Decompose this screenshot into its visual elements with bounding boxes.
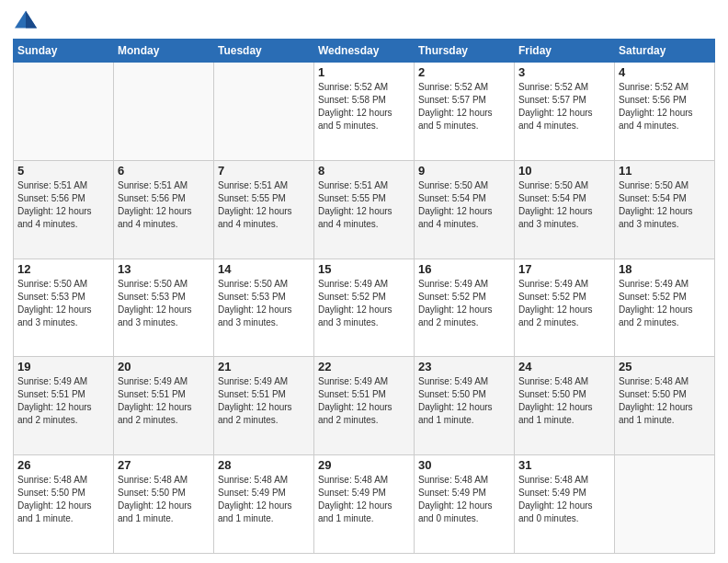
- cell-info: Sunrise: 5:50 AM Sunset: 5:54 PM Dayligh…: [619, 179, 711, 231]
- calendar-cell: 31Sunrise: 5:48 AM Sunset: 5:49 PM Dayli…: [515, 455, 615, 554]
- cell-info: Sunrise: 5:49 AM Sunset: 5:50 PM Dayligh…: [418, 375, 510, 427]
- calendar-cell: 5Sunrise: 5:51 AM Sunset: 5:56 PM Daylig…: [14, 160, 114, 259]
- day-number: 6: [118, 164, 210, 178]
- calendar-cell: 1Sunrise: 5:52 AM Sunset: 5:58 PM Daylig…: [314, 63, 415, 161]
- cell-info: Sunrise: 5:51 AM Sunset: 5:55 PM Dayligh…: [218, 179, 310, 231]
- cell-info: Sunrise: 5:49 AM Sunset: 5:51 PM Dayligh…: [118, 375, 210, 427]
- calendar-cell: 27Sunrise: 5:48 AM Sunset: 5:50 PM Dayli…: [114, 455, 214, 554]
- calendar-cell: 29Sunrise: 5:48 AM Sunset: 5:49 PM Dayli…: [314, 455, 415, 554]
- svg-marker-1: [26, 11, 37, 29]
- cell-info: Sunrise: 5:49 AM Sunset: 5:51 PM Dayligh…: [218, 375, 310, 427]
- day-number: 11: [619, 164, 711, 178]
- col-header-saturday: Saturday: [615, 40, 715, 63]
- header: [13, 9, 715, 31]
- col-header-sunday: Sunday: [14, 40, 114, 63]
- cell-info: Sunrise: 5:52 AM Sunset: 5:58 PM Dayligh…: [318, 81, 410, 132]
- day-number: 7: [218, 164, 310, 178]
- cell-info: Sunrise: 5:48 AM Sunset: 5:49 PM Dayligh…: [318, 474, 410, 525]
- calendar-cell: 28Sunrise: 5:48 AM Sunset: 5:49 PM Dayli…: [214, 455, 314, 554]
- calendar-cell: [615, 455, 715, 554]
- week-row-3: 12Sunrise: 5:50 AM Sunset: 5:53 PM Dayli…: [14, 259, 715, 357]
- day-number: 27: [118, 458, 210, 472]
- col-header-friday: Friday: [515, 40, 615, 63]
- day-number: 9: [418, 164, 510, 178]
- week-row-2: 5Sunrise: 5:51 AM Sunset: 5:56 PM Daylig…: [14, 160, 715, 259]
- day-number: 13: [118, 262, 210, 276]
- cell-info: Sunrise: 5:48 AM Sunset: 5:50 PM Dayligh…: [118, 474, 210, 525]
- calendar-cell: 30Sunrise: 5:48 AM Sunset: 5:49 PM Dayli…: [415, 455, 515, 554]
- calendar-cell: 16Sunrise: 5:49 AM Sunset: 5:52 PM Dayli…: [415, 259, 515, 357]
- calendar-cell: 18Sunrise: 5:49 AM Sunset: 5:52 PM Dayli…: [615, 259, 715, 357]
- cell-info: Sunrise: 5:49 AM Sunset: 5:51 PM Dayligh…: [17, 375, 109, 427]
- day-number: 30: [418, 458, 510, 472]
- calendar-cell: 4Sunrise: 5:52 AM Sunset: 5:56 PM Daylig…: [615, 63, 715, 161]
- day-number: 26: [17, 458, 109, 472]
- day-number: 16: [418, 262, 510, 276]
- cell-info: Sunrise: 5:51 AM Sunset: 5:56 PM Dayligh…: [17, 179, 109, 231]
- day-number: 12: [17, 262, 109, 276]
- day-number: 15: [318, 262, 410, 276]
- cell-info: Sunrise: 5:52 AM Sunset: 5:56 PM Dayligh…: [619, 81, 711, 132]
- day-number: 4: [619, 65, 711, 79]
- day-number: 19: [17, 360, 109, 373]
- calendar-cell: 13Sunrise: 5:50 AM Sunset: 5:53 PM Dayli…: [114, 259, 214, 357]
- day-number: 3: [518, 65, 610, 79]
- day-number: 22: [318, 360, 410, 373]
- page: SundayMondayTuesdayWednesdayThursdayFrid…: [0, 0, 728, 563]
- day-number: 20: [118, 360, 210, 373]
- cell-info: Sunrise: 5:51 AM Sunset: 5:56 PM Dayligh…: [118, 179, 210, 231]
- cell-info: Sunrise: 5:49 AM Sunset: 5:51 PM Dayligh…: [318, 375, 410, 427]
- day-number: 8: [318, 164, 410, 178]
- calendar-cell: 8Sunrise: 5:51 AM Sunset: 5:55 PM Daylig…: [314, 160, 415, 259]
- cell-info: Sunrise: 5:49 AM Sunset: 5:52 PM Dayligh…: [518, 278, 610, 329]
- cell-info: Sunrise: 5:48 AM Sunset: 5:49 PM Dayligh…: [518, 474, 610, 525]
- cell-info: Sunrise: 5:49 AM Sunset: 5:52 PM Dayligh…: [318, 278, 410, 329]
- logo-icon: [13, 9, 39, 31]
- day-number: 2: [418, 65, 510, 79]
- day-number: 21: [218, 360, 310, 373]
- calendar-cell: 6Sunrise: 5:51 AM Sunset: 5:56 PM Daylig…: [114, 160, 214, 259]
- calendar-cell: 26Sunrise: 5:48 AM Sunset: 5:50 PM Dayli…: [14, 455, 114, 554]
- calendar-cell: 22Sunrise: 5:49 AM Sunset: 5:51 PM Dayli…: [314, 357, 415, 455]
- calendar-cell: 10Sunrise: 5:50 AM Sunset: 5:54 PM Dayli…: [515, 160, 615, 259]
- day-number: 24: [518, 360, 610, 373]
- logo: [13, 9, 42, 31]
- day-number: 14: [218, 262, 310, 276]
- day-number: 23: [418, 360, 510, 373]
- day-number: 31: [518, 458, 610, 472]
- week-row-1: 1Sunrise: 5:52 AM Sunset: 5:58 PM Daylig…: [14, 63, 715, 161]
- calendar-cell: 2Sunrise: 5:52 AM Sunset: 5:57 PM Daylig…: [415, 63, 515, 161]
- day-number: 25: [619, 360, 711, 373]
- cell-info: Sunrise: 5:49 AM Sunset: 5:52 PM Dayligh…: [418, 278, 510, 329]
- calendar-cell: 21Sunrise: 5:49 AM Sunset: 5:51 PM Dayli…: [214, 357, 314, 455]
- cell-info: Sunrise: 5:50 AM Sunset: 5:54 PM Dayligh…: [418, 179, 510, 231]
- cell-info: Sunrise: 5:50 AM Sunset: 5:53 PM Dayligh…: [118, 278, 210, 329]
- col-header-monday: Monday: [114, 40, 214, 63]
- calendar-cell: 11Sunrise: 5:50 AM Sunset: 5:54 PM Dayli…: [615, 160, 715, 259]
- day-number: 10: [518, 164, 610, 178]
- cell-info: Sunrise: 5:51 AM Sunset: 5:55 PM Dayligh…: [318, 179, 410, 231]
- calendar-cell: 15Sunrise: 5:49 AM Sunset: 5:52 PM Dayli…: [314, 259, 415, 357]
- cell-info: Sunrise: 5:49 AM Sunset: 5:52 PM Dayligh…: [619, 278, 711, 329]
- calendar-cell: 17Sunrise: 5:49 AM Sunset: 5:52 PM Dayli…: [515, 259, 615, 357]
- cell-info: Sunrise: 5:52 AM Sunset: 5:57 PM Dayligh…: [518, 81, 610, 132]
- day-number: 18: [619, 262, 711, 276]
- calendar-cell: 9Sunrise: 5:50 AM Sunset: 5:54 PM Daylig…: [415, 160, 515, 259]
- day-number: 28: [218, 458, 310, 472]
- cell-info: Sunrise: 5:48 AM Sunset: 5:49 PM Dayligh…: [218, 474, 310, 525]
- col-header-wednesday: Wednesday: [314, 40, 415, 63]
- day-number: 29: [318, 458, 410, 472]
- calendar-cell: 25Sunrise: 5:48 AM Sunset: 5:50 PM Dayli…: [615, 357, 715, 455]
- calendar-cell: 14Sunrise: 5:50 AM Sunset: 5:53 PM Dayli…: [214, 259, 314, 357]
- col-header-tuesday: Tuesday: [214, 40, 314, 63]
- week-row-4: 19Sunrise: 5:49 AM Sunset: 5:51 PM Dayli…: [14, 357, 715, 455]
- week-row-5: 26Sunrise: 5:48 AM Sunset: 5:50 PM Dayli…: [14, 455, 715, 554]
- day-number: 5: [17, 164, 109, 178]
- calendar-cell: 7Sunrise: 5:51 AM Sunset: 5:55 PM Daylig…: [214, 160, 314, 259]
- cell-info: Sunrise: 5:50 AM Sunset: 5:53 PM Dayligh…: [17, 278, 109, 329]
- calendar-cell: [114, 63, 214, 161]
- col-header-thursday: Thursday: [415, 40, 515, 63]
- day-number: 17: [518, 262, 610, 276]
- calendar-cell: 23Sunrise: 5:49 AM Sunset: 5:50 PM Dayli…: [415, 357, 515, 455]
- cell-info: Sunrise: 5:48 AM Sunset: 5:50 PM Dayligh…: [518, 375, 610, 427]
